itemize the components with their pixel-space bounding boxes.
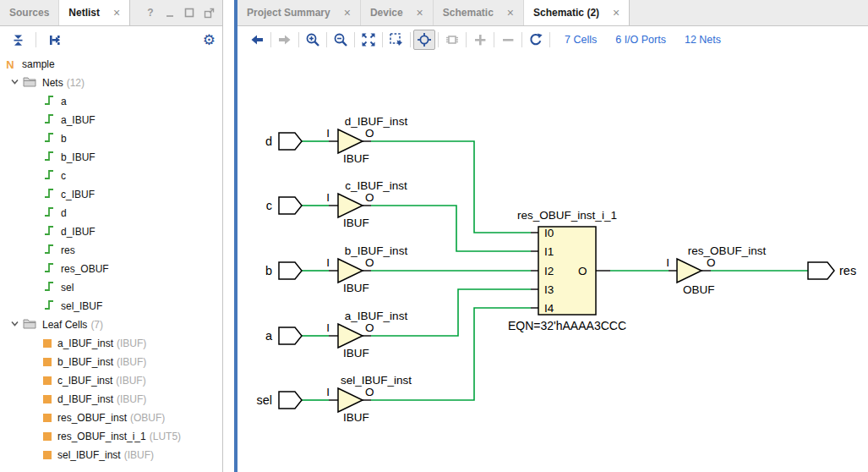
pin-i-label: I: [326, 256, 330, 269]
tree-net-res-obuf[interactable]: res_OBUF: [0, 260, 222, 278]
ibuf-d[interactable]: d_IBUF_inst I O IBUF: [326, 115, 407, 165]
buffer-triangle[interactable]: [338, 129, 363, 153]
tree-net-res[interactable]: res: [0, 241, 222, 260]
tab-netlist-label: Netlist: [68, 7, 100, 19]
chevron-down-icon[interactable]: [10, 319, 19, 331]
buffer-triangle[interactable]: [338, 388, 363, 412]
buffer-triangle[interactable]: [677, 259, 701, 283]
close-icon[interactable]: ×: [507, 7, 514, 19]
cell-icon: [43, 358, 52, 366]
tree-root-sample[interactable]: N sample: [0, 55, 222, 74]
close-icon[interactable]: ×: [344, 7, 351, 19]
expand-cone-icon[interactable]: [469, 30, 491, 50]
cell-icon: [43, 376, 52, 385]
cell-label: res_OBUF_inst_i_1: [57, 431, 146, 442]
input-port-a[interactable]: [279, 327, 302, 344]
nets-count-link[interactable]: 12 Nets: [685, 34, 721, 46]
forward-icon[interactable]: [274, 30, 296, 50]
tree-net-sel[interactable]: sel: [0, 278, 222, 297]
minimize-icon[interactable]: [164, 7, 176, 19]
tree-cell-sel-ibuf-inst[interactable]: sel_IBUF_inst(IBUF): [0, 446, 222, 464]
collapse-cone-icon[interactable]: [497, 30, 519, 50]
net-icon: [43, 150, 55, 165]
tree-net-b[interactable]: b: [0, 129, 222, 148]
toolbar-separator: [438, 32, 439, 47]
tab-label: Device: [370, 7, 403, 19]
tab-schematic-2[interactable]: Schematic (2) ×: [524, 0, 630, 25]
back-icon[interactable]: [246, 30, 268, 50]
tree-net-a-ibuf[interactable]: a_IBUF: [0, 111, 222, 129]
cell-type: (IBUF): [117, 356, 146, 368]
tree-net-d[interactable]: d: [0, 204, 222, 222]
cell-type-label: IBUF: [343, 217, 369, 229]
input-port-b[interactable]: [279, 262, 302, 279]
input-port-c[interactable]: [279, 197, 302, 214]
tree-cell-d-ibuf-inst[interactable]: d_IBUF_inst(IBUF): [0, 390, 222, 409]
float-icon[interactable]: [203, 7, 215, 19]
zoom-fit-icon[interactable]: [358, 30, 379, 50]
tree-net-a[interactable]: a: [0, 92, 222, 111]
net-label: res_OBUF: [61, 263, 109, 275]
tree-cell-res-obuf-inst[interactable]: res_OBUF_inst(OBUF): [0, 409, 222, 427]
ibuf-b[interactable]: b_IBUF_inst I O IBUF: [326, 244, 407, 294]
port-label-sel: sel: [256, 393, 272, 407]
tree-cell-res-obuf-inst-i-1[interactable]: res_OBUF_inst_i_1(LUT5): [0, 427, 222, 446]
tree-folder-leaf-cells[interactable]: Leaf Cells (7): [0, 316, 222, 334]
close-icon[interactable]: ×: [613, 7, 620, 19]
chevron-down-icon[interactable]: [10, 77, 19, 89]
add-to-schematic-icon[interactable]: [441, 30, 463, 50]
ibuf-c[interactable]: c_IBUF_inst I O IBUF: [326, 179, 407, 229]
pin-o-label: O: [365, 321, 374, 334]
cells-count-link[interactable]: 7 Cells: [565, 34, 597, 46]
regenerate-layout-icon[interactable]: [525, 30, 547, 50]
zoom-out-icon[interactable]: [330, 30, 352, 50]
instance-name: res_OBUF_inst_i_1: [517, 209, 617, 222]
tree-cell-a-ibuf-inst[interactable]: a_IBUF_inst(IBUF): [0, 334, 222, 353]
close-icon[interactable]: ×: [113, 7, 120, 19]
settings-gear-icon[interactable]: ⚙: [203, 33, 216, 47]
io-ports-count-link[interactable]: 6 I/O Ports: [615, 34, 666, 46]
tree-net-c[interactable]: c: [0, 167, 222, 185]
tab-schematic[interactable]: Schematic ×: [434, 0, 524, 25]
tree-net-c-ibuf[interactable]: c_IBUF: [0, 185, 222, 204]
tab-label: Project Summary: [247, 7, 330, 19]
input-port-d[interactable]: [279, 133, 302, 150]
input-port-sel[interactable]: [279, 392, 302, 409]
schematic-canvas[interactable]: d c b a sel d_IBUF_inst I O IBUF: [237, 53, 868, 472]
buffer-triangle[interactable]: [338, 324, 363, 348]
zoom-to-selection-icon[interactable]: [385, 30, 407, 50]
folder-icon: [23, 318, 36, 332]
tab-sources[interactable]: Sources: [0, 0, 59, 25]
zoom-in-icon[interactable]: [302, 30, 324, 50]
expand-hierarchy-icon[interactable]: [43, 30, 65, 50]
close-icon[interactable]: ×: [417, 7, 423, 19]
autofit-selection-icon[interactable]: [413, 30, 435, 50]
tab-project-summary[interactable]: Project Summary ×: [237, 0, 361, 25]
tree-folder-nets[interactable]: Nets (12): [0, 74, 222, 92]
output-port-res[interactable]: res: [808, 262, 856, 279]
netlist-toolbar: ⚙: [0, 26, 222, 54]
tree-net-b-ibuf[interactable]: b_IBUF: [0, 148, 222, 167]
net-icon: [43, 168, 55, 184]
tree-cell-c-ibuf-inst[interactable]: c_IBUF_inst(IBUF): [0, 371, 222, 390]
net-icon: [43, 94, 55, 109]
pin-o-label: O: [365, 191, 374, 204]
help-icon[interactable]: ?: [145, 7, 156, 19]
cell-type-label: IBUF: [343, 282, 369, 294]
schematic-svg: d c b a sel d_IBUF_inst I O IBUF: [237, 53, 868, 472]
buffer-triangle[interactable]: [338, 259, 363, 283]
tree-cell-b-ibuf-inst[interactable]: b_IBUF_inst(IBUF): [0, 353, 222, 371]
buffer-triangle[interactable]: [338, 194, 363, 217]
tree-net-sel-ibuf[interactable]: sel_IBUF: [0, 297, 222, 316]
tab-device[interactable]: Device ×: [361, 0, 434, 25]
pin-o-label: O: [365, 256, 374, 269]
cell-type-label: IBUF: [343, 347, 369, 359]
collapse-all-icon[interactable]: [7, 30, 29, 50]
tree-net-d-ibuf[interactable]: d_IBUF: [0, 222, 222, 241]
ibuf-sel[interactable]: sel_IBUF_inst I O IBUF: [326, 374, 412, 424]
ibuf-a[interactable]: a_IBUF_inst I O IBUF: [326, 310, 407, 359]
tab-netlist[interactable]: Netlist ×: [59, 0, 130, 25]
output-port-shape[interactable]: [808, 262, 834, 279]
maximize-icon[interactable]: [183, 7, 195, 19]
cell-icon: [43, 451, 52, 459]
